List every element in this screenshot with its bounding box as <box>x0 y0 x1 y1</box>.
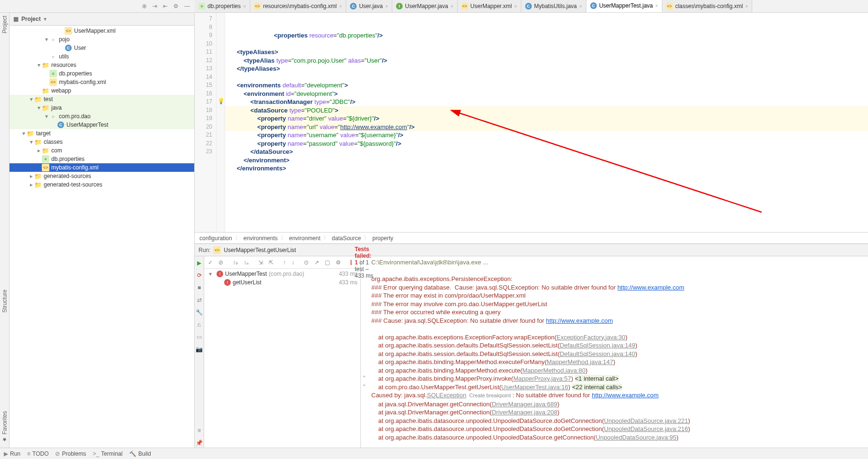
collapse-icon[interactable]: ⇱ <box>268 258 274 267</box>
bottom-tool-todo[interactable]: ≡TODO <box>27 450 48 457</box>
close-icon[interactable]: × <box>579 4 582 9</box>
camera-icon[interactable]: 📷 <box>195 345 204 354</box>
tree-row[interactable]: ▾test <box>9 95 194 103</box>
internal-calls[interactable]: <22 internal calls> <box>572 384 623 391</box>
tree-row[interactable]: ▾java <box>9 103 194 112</box>
tree-row[interactable]: mybatis-config.xml <box>9 163 194 172</box>
breadcrumb-item[interactable]: property <box>372 235 393 242</box>
tests-tree[interactable]: ▾!UserMapperTest (com.pro.dao)433 ms!get… <box>204 269 360 448</box>
stop-icon[interactable]: ■ <box>195 283 204 292</box>
show-ignored-icon[interactable]: ⊘ <box>217 258 224 267</box>
close-icon[interactable]: × <box>243 4 246 9</box>
settings-icon[interactable]: ⚙ <box>173 3 179 9</box>
pin-icon[interactable]: 📌 <box>195 438 204 448</box>
import-icon[interactable]: ⊙ <box>303 258 310 267</box>
intention-bulb-icon[interactable]: 💡 <box>217 98 225 104</box>
close-icon[interactable]: × <box>514 4 517 9</box>
history-icon[interactable]: ≡ <box>195 426 204 435</box>
close-icon[interactable]: × <box>451 4 453 9</box>
source-link[interactable]: MapperMethod.java:147 <box>547 358 613 365</box>
tree-row[interactable]: ▾pojo <box>9 35 194 44</box>
wrench-icon[interactable]: 🔧 <box>195 308 204 317</box>
twist-icon[interactable]: ▾ <box>44 36 49 43</box>
source-link[interactable]: ExceptionFactory.java:30 <box>557 334 625 341</box>
twist-icon[interactable]: ▾ <box>44 113 49 120</box>
tree-row[interactable]: ▸com <box>9 146 194 155</box>
tree-row[interactable]: ▾resources <box>9 61 194 69</box>
breadcrumbs[interactable]: configuration〉environments〉environment〉d… <box>195 232 868 244</box>
editor-gutter[interactable]: 7891011121314151617181920212223 <box>195 13 217 232</box>
source-link[interactable]: MapperMethod.java:80 <box>522 367 585 374</box>
editor-tab[interactable]: User.java× <box>346 0 392 12</box>
twist-icon[interactable]: ▾ <box>36 62 42 68</box>
expand-icon[interactable]: ⇲ <box>257 258 264 267</box>
twist-icon[interactable]: ▸ <box>28 181 34 188</box>
tree-row[interactable]: UserMapper.xml <box>9 27 194 35</box>
source-link[interactable]: UserMapperTest.java:16 <box>501 384 568 391</box>
favorites-toolwindow-tab[interactable]: ★ Favorites <box>1 411 8 443</box>
internal-calls[interactable]: <1 internal call> <box>575 375 619 382</box>
open-icon[interactable]: ▢ <box>324 258 331 267</box>
test-row[interactable]: ▾!UserMapperTest (com.pro.dao)433 ms <box>205 270 359 278</box>
console-fold-gutter[interactable]: ++ <box>361 256 368 448</box>
tree-row[interactable]: ▾target <box>9 129 194 138</box>
editor-code[interactable]: <properties resource="db.properties"/> <… <box>225 13 868 232</box>
source-link[interactable]: DriverManager.java:208 <box>492 409 557 416</box>
prev-icon[interactable]: ↑ <box>282 258 287 267</box>
twist-icon[interactable]: ▾ <box>21 130 27 137</box>
editor-tab[interactable]: UserMapperTest.java× <box>586 0 662 12</box>
source-link[interactable]: SQLException <box>427 392 466 399</box>
close-icon[interactable]: × <box>655 3 658 9</box>
source-link[interactable]: UnpooledDataSource.java:95 <box>596 434 677 441</box>
twist-icon[interactable]: ▾ <box>28 139 34 145</box>
tree-row[interactable]: ▸generated-test-sources <box>9 180 194 189</box>
twist-icon[interactable]: ▾ <box>28 96 34 103</box>
editor-tab[interactable]: UserMapper.xml× <box>458 0 521 12</box>
close-icon[interactable]: × <box>745 4 748 9</box>
rerun-failed-icon[interactable]: ⟳ <box>195 271 204 280</box>
project-tree[interactable]: UserMapper.xml▾pojoUserutils▾resourcesdb… <box>9 26 194 448</box>
editor-tab[interactable]: classes\mybatis-config.xml× <box>662 0 753 12</box>
tree-row[interactable]: ▾com.pro.dao <box>9 112 194 121</box>
breadcrumb-item[interactable]: environments <box>244 235 278 242</box>
tree-row[interactable]: ▾classes <box>9 138 194 146</box>
rerun-icon[interactable]: ▶ <box>195 258 204 268</box>
tree-row[interactable]: db.properties <box>9 155 194 163</box>
tree-row[interactable]: webapp <box>9 86 194 95</box>
test-row[interactable]: !getUserList433 ms <box>205 278 359 287</box>
editor-tab[interactable]: db.properties× <box>195 0 250 12</box>
editor-tab[interactable]: MybatisUtils.java× <box>521 0 586 12</box>
tree-row[interactable]: UserMapperTest <box>9 121 194 129</box>
project-view-dropdown-icon[interactable]: ▾ <box>44 16 47 22</box>
twist-icon[interactable]: ▸ <box>36 147 42 154</box>
source-link[interactable]: DriverManager.java:689 <box>492 401 557 408</box>
url-link[interactable]: http://www.example.com <box>617 284 684 291</box>
twist-icon[interactable]: ▸ <box>28 173 34 179</box>
dump-icon[interactable]: ⎌ <box>195 320 204 329</box>
url-link[interactable]: http://www.example.com <box>592 392 659 399</box>
fold-toggle[interactable]: + <box>361 373 368 381</box>
source-link[interactable]: MapperProxy.java:57 <box>513 375 571 382</box>
bottom-tool-run[interactable]: ▶Run <box>4 450 20 457</box>
run-console[interactable]: C:\Environmental\Java\jdk8\bin\java.exe … <box>368 256 868 448</box>
fold-toggle[interactable]: + <box>361 381 368 390</box>
next-icon[interactable]: ↓ <box>291 258 295 267</box>
source-link[interactable]: UnpooledDataSource.java:221 <box>604 417 688 424</box>
tree-row[interactable]: utils <box>9 52 194 61</box>
hide-icon[interactable]: — <box>184 3 190 9</box>
collapse-all-icon[interactable]: ⇤ <box>163 3 168 9</box>
editor-tab[interactable]: resources\mybatis-config.xml× <box>250 0 346 12</box>
tree-row[interactable]: User <box>9 44 194 52</box>
bottom-tool-terminal[interactable]: >_Terminal <box>93 450 123 457</box>
source-link[interactable]: DefaultSqlSession.java:140 <box>560 350 635 357</box>
bottom-tool-problems[interactable]: ⊘Problems <box>55 450 86 457</box>
expand-all-icon[interactable]: ⇥ <box>152 3 157 9</box>
export-icon[interactable]: ↗ <box>313 258 320 267</box>
editor-tab[interactable]: UserMapper.java× <box>392 0 458 12</box>
structure-toolwindow-tab[interactable]: Structure <box>1 290 8 313</box>
url-link[interactable]: http://www.example.com <box>546 317 613 324</box>
locate-icon[interactable]: ⊕ <box>142 3 147 9</box>
toggle-auto-icon[interactable]: ⇄ <box>195 295 204 305</box>
project-toolwindow-tab[interactable]: Project <box>1 16 8 33</box>
close-icon[interactable]: × <box>339 4 342 9</box>
